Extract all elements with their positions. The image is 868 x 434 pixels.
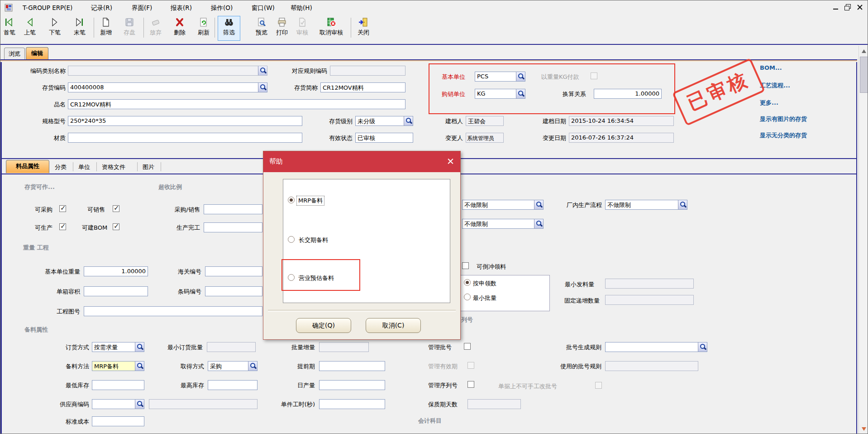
producible-checkbox[interactable] (59, 223, 66, 230)
toolbar-preview[interactable]: 预览 (252, 17, 272, 39)
tab-edit[interactable]: 编辑 (26, 47, 48, 59)
toolbar-prev-record[interactable]: 上笔 (20, 17, 40, 39)
toolbar-approve[interactable]: 审核 (293, 17, 312, 39)
lookup-icon[interactable] (516, 72, 525, 81)
lead-time-field[interactable] (319, 361, 385, 371)
acquire-field[interactable]: 采购 (208, 361, 258, 371)
max-stock-field[interactable] (208, 380, 258, 390)
base-unit-field[interactable]: PCS (475, 72, 525, 82)
manage-batch-checkbox[interactable] (464, 343, 471, 350)
toolbar-close[interactable]: 关闭 (353, 17, 373, 39)
subtab-picture[interactable]: 图片 (143, 163, 154, 171)
menu-item-window[interactable]: 窗口(W) (252, 4, 275, 12)
option-mrp-radio[interactable] (288, 197, 295, 203)
lookup-icon[interactable] (248, 362, 257, 371)
toolbar-new[interactable]: 新增 (96, 17, 116, 39)
vertical-scrollbar[interactable] (858, 46, 868, 434)
lookup-icon[interactable] (258, 83, 267, 92)
lookup-icon[interactable] (534, 200, 543, 209)
subtab-item-attributes[interactable]: 料品属性 (6, 160, 49, 173)
restrict-field-2[interactable]: 不做限制 (462, 219, 544, 229)
subtab-qualification[interactable]: 资格文件 (102, 163, 125, 171)
toolbar-filter[interactable]: 筛选 (219, 17, 239, 39)
daily-output-field[interactable] (319, 380, 385, 390)
item-name-field[interactable]: CR12MOV精料 (68, 99, 405, 109)
option-mrp-label[interactable]: MRP备料 (297, 196, 324, 205)
min-issue-field[interactable] (605, 279, 694, 289)
over-receipt-prod-field[interactable] (204, 222, 262, 232)
menu-item-report[interactable]: 报表(R) (171, 4, 192, 12)
scroll-down-icon[interactable] (859, 424, 868, 434)
restrict-field-1[interactable]: 不做限制 (462, 200, 544, 210)
unit-hours-field[interactable] (319, 399, 385, 409)
menu-item-record[interactable]: 记录(R) (91, 4, 112, 12)
min-batch-radio[interactable] (464, 294, 471, 300)
ok-button[interactable]: 确定(Q) (296, 318, 351, 333)
toolbar-save[interactable]: 存盘 (119, 17, 139, 39)
spec-field[interactable]: 250*240*35 (68, 116, 302, 126)
toolbar-unapprove[interactable]: 取消审核 (313, 17, 350, 39)
min-stock-field[interactable] (92, 380, 144, 390)
conversion-field[interactable]: 1.00000 (594, 89, 662, 99)
rule-code-field[interactable] (330, 66, 405, 76)
box-volume-field[interactable] (84, 286, 148, 296)
item-abbr-field[interactable]: CR12MOV精料 (320, 82, 405, 92)
toolbar-delete[interactable]: 删除 (170, 17, 190, 39)
option-long-leadtime-radio[interactable] (288, 236, 295, 243)
lookup-icon[interactable] (516, 89, 525, 98)
drawing-field[interactable] (84, 306, 262, 316)
order-mode-field[interactable]: 按需求量 (92, 342, 144, 352)
option-long-leadtime-label[interactable]: 长交期备料 (299, 236, 328, 244)
toolbar-print[interactable]: 打印 (272, 17, 291, 39)
link-more[interactable]: 更多... (760, 99, 778, 107)
scroll-up-icon[interactable] (859, 47, 868, 56)
toolbar-last-record[interactable]: 末笔 (70, 17, 90, 39)
close-icon[interactable] (857, 4, 864, 10)
link-show-unclassified[interactable]: 显示无分类的存货 (760, 131, 807, 140)
cancel-button[interactable]: 取消(C) (366, 318, 421, 333)
bomable-checkbox[interactable] (113, 223, 119, 230)
supplier-field[interactable] (92, 399, 144, 409)
lookup-icon[interactable] (258, 66, 267, 75)
toolbar-refresh[interactable]: 刷新 (194, 17, 214, 39)
shelf-life-field[interactable] (467, 399, 521, 409)
minimize-icon[interactable] (832, 4, 839, 10)
subtab-unit[interactable]: 单位 (78, 163, 90, 171)
toolbar-first-record[interactable]: 首笔 (0, 17, 19, 39)
base-weight-field[interactable]: 1.00000 (84, 266, 148, 276)
lookup-icon[interactable] (135, 362, 144, 371)
level-field[interactable]: 未分级 (355, 116, 413, 126)
restore-icon[interactable] (844, 4, 851, 10)
link-bom[interactable]: BOM... (760, 64, 782, 71)
lookup-icon[interactable] (678, 200, 687, 209)
fixed-increment-field[interactable] (605, 295, 694, 305)
batch-increment-field[interactable] (319, 342, 369, 352)
over-receipt-ps-field[interactable] (204, 204, 262, 214)
link-process-flow[interactable]: 工艺流程... (760, 82, 790, 90)
barcode-field[interactable] (205, 286, 262, 296)
link-show-with-images[interactable]: 显示有图片的存货 (760, 115, 807, 123)
code-category-field[interactable] (68, 66, 267, 76)
scrollbar-thumb[interactable] (860, 57, 868, 93)
toolbar-discard[interactable]: 放弃 (146, 17, 166, 39)
by-request-radio[interactable] (464, 279, 471, 286)
batch-rule-field[interactable] (605, 342, 707, 352)
dialog-close-icon[interactable] (447, 158, 454, 165)
subtab-category[interactable]: 分类 (55, 163, 67, 171)
menu-item-interface[interactable]: 界面(F) (132, 4, 152, 12)
lookup-icon[interactable] (404, 116, 413, 125)
manage-serial-checkbox[interactable] (467, 381, 474, 388)
toolbar-next-record[interactable]: 下笔 (45, 17, 65, 39)
sellable-checkbox[interactable] (113, 205, 119, 212)
lookup-icon[interactable] (698, 342, 707, 352)
backflush-checkbox[interactable] (462, 262, 469, 269)
factory-flow-field[interactable]: 不做限制 (605, 200, 687, 210)
purchasable-checkbox[interactable] (59, 205, 66, 212)
tab-browse[interactable]: 浏览 (4, 48, 25, 59)
item-code-field[interactable]: 400400008 (68, 82, 267, 92)
help-dialog-titlebar[interactable]: 帮助 (263, 151, 460, 172)
material-field[interactable] (68, 133, 302, 143)
trade-unit-field[interactable]: KG (475, 89, 525, 99)
lookup-icon[interactable] (534, 219, 543, 228)
manage-expiry-checkbox[interactable] (467, 362, 474, 369)
